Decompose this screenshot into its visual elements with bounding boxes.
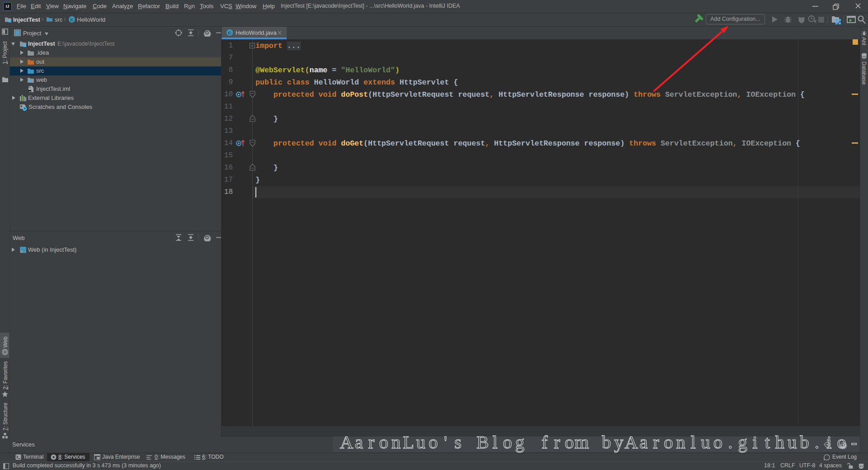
svg-text:C: C [228,30,231,35]
svg-text:AaronLuo's Blog from byAaronlu: AaronLuo's Blog from byAaronluo.github.i… [340,432,857,452]
svg-text:C: C [71,17,74,22]
